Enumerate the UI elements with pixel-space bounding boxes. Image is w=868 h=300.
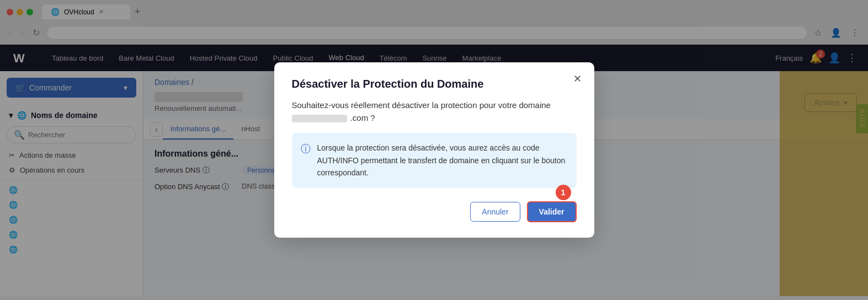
cancel-button[interactable]: Annuler — [470, 202, 520, 222]
step-badge: 1 — [556, 185, 571, 200]
modal-desc-prefix: Souhaitez-vous réellement désactiver la … — [292, 100, 551, 110]
modal-dialog: ✕ Désactiver la Protection du Domaine So… — [274, 62, 594, 237]
modal-close-button[interactable]: ✕ — [570, 71, 585, 87]
info-circle-icon: ⓘ — [301, 142, 311, 156]
modal-description: Souhaitez-vous réellement désactiver la … — [292, 99, 577, 124]
modal-overlay[interactable]: ✕ Désactiver la Protection du Domaine So… — [0, 0, 868, 296]
modal-actions: 1 Annuler Valider — [292, 201, 577, 222]
modal-title: Désactiver la Protection du Domaine — [292, 78, 577, 90]
modal-domain-blurred — [292, 115, 347, 122]
modal-desc-suffix: .com ? — [350, 113, 375, 122]
modal-info-box: ⓘ Lorsque la protection sera désactivée,… — [292, 133, 577, 188]
modal-info-text: Lorsque la protection sera désactivée, v… — [317, 142, 568, 179]
close-icon: ✕ — [573, 73, 582, 85]
validate-button[interactable]: Valider — [527, 201, 577, 222]
